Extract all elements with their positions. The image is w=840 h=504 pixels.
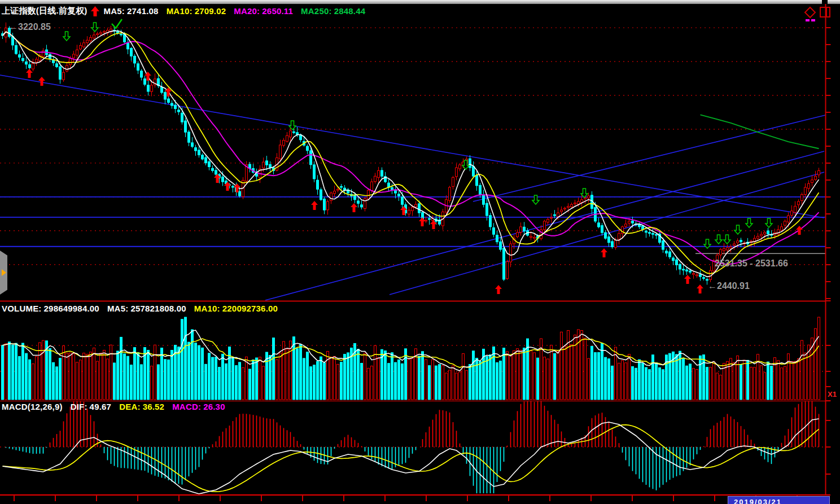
red-up-arrow-icon bbox=[91, 6, 99, 16]
sell-arrow-icon bbox=[724, 235, 730, 244]
expand-right-icon bbox=[2, 269, 6, 276]
sell-arrow-icon bbox=[765, 218, 772, 227]
sell-arrow-icon bbox=[63, 32, 70, 41]
check-marker-icon bbox=[112, 19, 122, 28]
buy-arrow-icon bbox=[351, 203, 357, 212]
buy-arrow-icon bbox=[601, 248, 607, 257]
stock-chart-app: { "header": { "title": "上证指数(日线.前复权)", "… bbox=[0, 0, 840, 504]
volume-ma5-readout: MA5: 257821808.00 bbox=[107, 304, 186, 313]
buy-arrow-icon bbox=[26, 69, 33, 78]
signal-markers bbox=[26, 19, 803, 294]
buy-arrow-icon bbox=[311, 201, 318, 210]
sell-arrow-icon bbox=[734, 225, 741, 234]
ma250-readout: MA250: 2848.44 bbox=[301, 6, 365, 16]
buy-arrow-icon bbox=[38, 77, 45, 86]
candlesticks bbox=[2, 23, 820, 285]
window-top-edge-right bbox=[828, 0, 840, 4]
date-label: 2019/03/21 bbox=[728, 496, 830, 504]
range-price-annotation: 2531.35 - 2531.66 bbox=[715, 258, 788, 269]
buy-arrow-icon bbox=[684, 275, 691, 284]
sidebar-collapse-handle[interactable] bbox=[0, 251, 7, 295]
window-split-icon[interactable] bbox=[820, 6, 831, 21]
corner-toolbar bbox=[804, 6, 831, 24]
macd-header: MACD(12,26,9) DIF: 49.67 DEA: 36.52 MACD… bbox=[2, 402, 233, 411]
macd-lines bbox=[3, 419, 819, 494]
ma20-readout: MA20: 2650.11 bbox=[234, 6, 293, 16]
volume-ma10-readout: MA10: 220092736.00 bbox=[194, 304, 278, 313]
low-price-annotation: ←2440.91 bbox=[708, 281, 750, 291]
sell-arrow-icon bbox=[746, 218, 753, 227]
trendlines bbox=[0, 75, 825, 300]
buy-arrow-icon bbox=[495, 285, 502, 294]
diamond-icon[interactable] bbox=[804, 6, 816, 24]
axes bbox=[0, 4, 831, 501]
sell-arrow-icon bbox=[91, 23, 98, 32]
dea-readout: DEA: 36.52 bbox=[119, 402, 164, 411]
buy-arrow-icon bbox=[419, 217, 426, 226]
volume-header: VOLUME: 298649984.00 MA5: 257821808.00 M… bbox=[2, 304, 286, 313]
dif-readout: DIF: 49.67 bbox=[71, 402, 112, 411]
buy-arrow-icon bbox=[697, 284, 703, 293]
macd-title: MACD(12,26,9) bbox=[2, 402, 63, 411]
macd-readout: MACD: 26.30 bbox=[172, 402, 225, 411]
high-price-annotation: ←3220.85 bbox=[9, 22, 51, 32]
candlestick-chart-canvas[interactable] bbox=[0, 0, 840, 504]
main-chart-header: 上证指数(日线.前复权) MA5: 2741.08 MA10: 2709.02 … bbox=[2, 6, 373, 16]
ma-lines bbox=[3, 31, 819, 277]
symbol-title: 上证指数(日线.前复权) bbox=[2, 6, 88, 16]
ma10-readout: MA10: 2709.02 bbox=[167, 6, 226, 16]
window-top-edge bbox=[0, 0, 822, 4]
volume-readout: VOLUME: 298649984.00 bbox=[2, 304, 99, 313]
volume-scale-label: X1 bbox=[828, 390, 837, 398]
sell-arrow-icon bbox=[715, 235, 722, 244]
buy-arrow-icon bbox=[796, 226, 803, 235]
ma5-readout: MA5: 2741.08 bbox=[104, 6, 159, 16]
